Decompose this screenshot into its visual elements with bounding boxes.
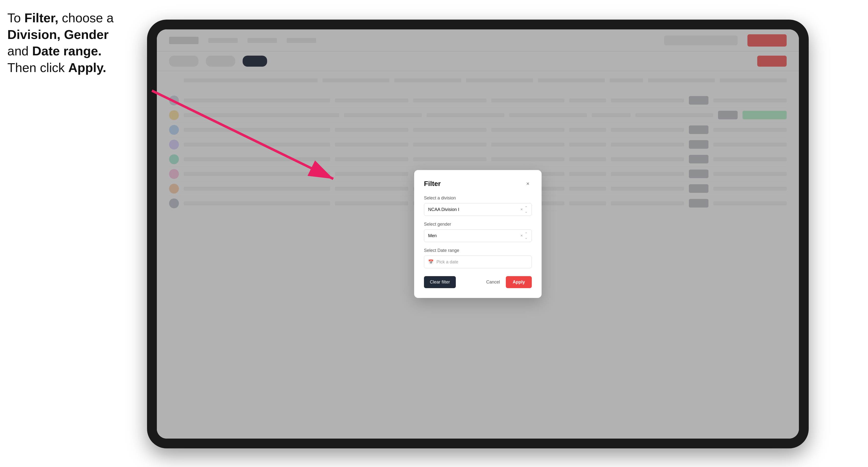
date-range-label: Select Date range — [424, 248, 532, 253]
date-placeholder: Pick a date — [436, 259, 458, 264]
instruction-bold1: Filter, — [24, 11, 58, 25]
close-icon: × — [526, 181, 530, 187]
instruction-line4: Then click Apply. — [7, 61, 106, 75]
division-select[interactable]: NCAA Division I × ⌃⌄ — [424, 203, 532, 216]
division-label: Select a division — [424, 195, 532, 201]
division-controls: × ⌃⌄ — [521, 206, 528, 213]
gender-controls: × ⌃⌄ — [521, 232, 528, 240]
instruction-line3: and Date range. — [7, 44, 101, 58]
tablet-device: Filter × Select a division NCAA Division… — [147, 20, 809, 448]
modal-overlay: Filter × Select a division NCAA Division… — [157, 29, 799, 439]
instruction-bold4: Apply. — [68, 61, 106, 75]
apply-button[interactable]: Apply — [506, 276, 532, 288]
gender-value: Men — [428, 233, 437, 239]
cancel-button[interactable]: Cancel — [484, 276, 502, 288]
filter-modal: Filter × Select a division NCAA Division… — [414, 170, 541, 298]
instruction-line1: To Filter, choose a — [7, 11, 114, 25]
modal-footer: Clear filter Cancel Apply — [424, 276, 532, 288]
gender-clear-icon[interactable]: × — [521, 234, 523, 238]
calendar-icon: 📅 — [428, 259, 434, 264]
division-chevron-icon: ⌃⌄ — [525, 206, 528, 213]
gender-label: Select gender — [424, 222, 532, 227]
date-range-input[interactable]: 📅 Pick a date — [424, 255, 532, 268]
gender-chevron-icon: ⌃⌄ — [525, 232, 528, 240]
division-clear-icon[interactable]: × — [521, 207, 523, 212]
instruction-bold3: Date range. — [32, 44, 101, 58]
instruction-bold2: Division, Gender — [7, 27, 108, 42]
modal-title: Filter — [424, 180, 441, 188]
tablet-screen: Filter × Select a division NCAA Division… — [157, 29, 799, 439]
modal-close-button[interactable]: × — [524, 180, 532, 188]
division-value: NCAA Division I — [428, 207, 459, 212]
clear-filter-button[interactable]: Clear filter — [424, 276, 456, 288]
gender-field: Select gender Men × ⌃⌄ — [424, 222, 532, 242]
modal-header: Filter × — [424, 180, 532, 188]
date-range-field: Select Date range 📅 Pick a date — [424, 248, 532, 268]
division-field: Select a division NCAA Division I × ⌃⌄ — [424, 195, 532, 216]
footer-right: Cancel Apply — [484, 276, 532, 288]
instruction-block: To Filter, choose a Division, Gender and… — [7, 10, 145, 76]
gender-select[interactable]: Men × ⌃⌄ — [424, 229, 532, 242]
